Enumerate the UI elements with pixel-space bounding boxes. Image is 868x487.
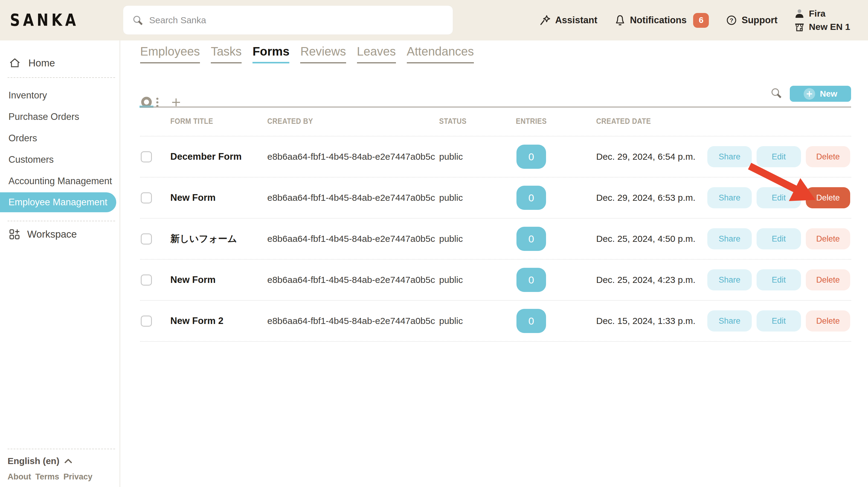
table-row: 新しいフォーム e8b6aa64-fbf1-4b45-84ab-e2e7447a… (140, 219, 851, 260)
notifications-count-badge: 6 (693, 13, 709, 28)
about-link[interactable]: About (7, 472, 31, 482)
add-view-plus-icon[interactable] (171, 97, 181, 107)
sidebar-item-accounting-management[interactable]: Accounting Management (0, 170, 120, 192)
form-title: New Form (170, 260, 216, 300)
column-header-form-title: FORM TITLE (170, 117, 213, 126)
created-by-value: e8b6aa64-fbf1-4b45-84ab-e2e7447a0b5c (267, 301, 435, 341)
user-menu[interactable]: Fira (794, 8, 850, 19)
created-by-value: e8b6aa64-fbf1-4b45-84ab-e2e7447a0b5c (267, 136, 435, 177)
tab-leaves[interactable]: Leaves (357, 45, 396, 63)
status-value: public (439, 219, 463, 259)
sidebar-home-label: Home (28, 57, 55, 69)
sidebar-item-inventory[interactable]: Inventory (0, 85, 120, 106)
form-title: December Form (170, 136, 242, 177)
edit-button[interactable]: Edit (756, 187, 801, 208)
terms-link[interactable]: Terms (35, 472, 59, 482)
table-row: New Form e8b6aa64-fbf1-4b45-84ab-e2e7447… (140, 260, 851, 301)
sidebar-divider (7, 221, 115, 221)
sidebar: Home Inventory Purchase Orders Orders Cu… (0, 40, 120, 487)
created-date-value: Dec. 25, 2024, 4:50 p.m. (596, 219, 695, 259)
sidebar-item-orders[interactable]: Orders (0, 127, 120, 149)
search-input[interactable] (149, 15, 444, 25)
delete-button[interactable]: Delete (806, 146, 850, 167)
table-search-icon[interactable] (770, 87, 782, 99)
column-header-created-date: CREATED DATE (596, 117, 651, 126)
entries-badge: 0 (517, 186, 546, 210)
created-date-value: Dec. 29, 2024, 6:54 p.m. (596, 136, 695, 177)
edit-button[interactable]: Edit (756, 311, 801, 331)
sidebar-item-employee-management-active[interactable]: Employee Management (0, 192, 116, 212)
assistant-label: Assistant (555, 15, 597, 26)
sidebar-item-home[interactable]: Home (8, 56, 55, 71)
share-button[interactable]: Share (707, 187, 752, 208)
sidebar-workspace-label: Workspace (27, 229, 77, 240)
app-logo: SANKA (10, 10, 79, 30)
sidebar-item-customers[interactable]: Customers (0, 149, 120, 170)
entries-badge: 0 (517, 227, 546, 251)
sidebar-item-workspace[interactable]: Workspace (8, 223, 77, 245)
row-checkbox[interactable] (141, 192, 152, 203)
search-icon (132, 15, 143, 26)
tab-tasks[interactable]: Tasks (211, 45, 242, 63)
chevron-up-icon (64, 458, 72, 464)
new-form-button[interactable]: New (790, 86, 851, 102)
row-actions: Share Edit Delete (707, 260, 850, 300)
assistant-button[interactable]: Assistant (539, 14, 597, 26)
language-label: English (en) (7, 456, 60, 466)
support-label: Support (741, 15, 777, 26)
workspace-menu[interactable]: New EN 1 (794, 22, 850, 32)
created-date-value: Dec. 29, 2024, 6:53 p.m. (596, 177, 695, 218)
module-tabs: Employees Tasks Forms Reviews Leaves Att… (140, 45, 474, 63)
sidebar-divider (7, 449, 115, 449)
sidebar-divider (7, 77, 115, 78)
support-button[interactable]: ? Support (726, 14, 777, 26)
top-header: SANKA Assistant Notifications 6 (0, 0, 868, 40)
row-actions: Share Edit Delete (707, 136, 850, 177)
table-row: December Form e8b6aa64-fbf1-4b45-84ab-e2… (140, 136, 851, 177)
share-button[interactable]: Share (707, 228, 752, 249)
row-checkbox[interactable] (141, 316, 152, 327)
status-value: public (439, 177, 463, 218)
delete-button-highlighted[interactable]: Delete (806, 187, 850, 208)
delete-button[interactable]: Delete (806, 228, 850, 249)
edit-button[interactable]: Edit (756, 269, 801, 290)
global-search[interactable] (123, 5, 453, 35)
privacy-link[interactable]: Privacy (63, 472, 92, 482)
entries-badge: 0 (517, 268, 546, 292)
plus-icon (804, 88, 815, 100)
table-row: New Form 2 e8b6aa64-fbf1-4b45-84ab-e2e74… (140, 301, 851, 342)
entries-badge: 0 (517, 144, 546, 169)
created-by-value: e8b6aa64-fbf1-4b45-84ab-e2e7447a0b5c (267, 177, 435, 218)
tab-employees[interactable]: Employees (140, 45, 200, 63)
sidebar-item-purchase-orders[interactable]: Purchase Orders (0, 106, 120, 127)
notifications-label: Notifications (630, 15, 687, 26)
user-block: Fira New EN 1 (794, 8, 850, 32)
row-checkbox[interactable] (141, 274, 152, 286)
new-button-label: New (820, 89, 837, 99)
notifications-button[interactable]: Notifications 6 (614, 13, 709, 28)
language-selector[interactable]: English (en) (7, 456, 72, 466)
workspace-grid-icon (8, 228, 21, 240)
created-date-value: Dec. 25, 2024, 4:23 p.m. (596, 260, 695, 300)
column-header-created-by: CREATED BY (267, 117, 313, 126)
form-title: New Form (170, 177, 216, 218)
tab-reviews[interactable]: Reviews (300, 45, 346, 63)
tab-attendances[interactable]: Attendances (407, 45, 474, 63)
entries-badge: 0 (517, 309, 546, 333)
share-button[interactable]: Share (707, 269, 752, 290)
delete-button[interactable]: Delete (806, 311, 850, 331)
delete-button[interactable]: Delete (806, 269, 850, 290)
row-checkbox[interactable] (141, 233, 152, 245)
workspace-name: New EN 1 (809, 22, 850, 32)
status-value: public (439, 301, 463, 341)
column-header-entries: ENTRIES (516, 117, 547, 126)
storefront-icon (794, 22, 805, 32)
share-button[interactable]: Share (707, 311, 752, 331)
row-checkbox[interactable] (141, 151, 152, 162)
edit-button[interactable]: Edit (756, 146, 801, 167)
user-name: Fira (809, 8, 826, 19)
edit-button[interactable]: Edit (756, 228, 801, 249)
share-button[interactable]: Share (707, 146, 752, 167)
tab-forms-active[interactable]: Forms (252, 45, 289, 63)
column-header-status: STATUS (439, 117, 467, 126)
